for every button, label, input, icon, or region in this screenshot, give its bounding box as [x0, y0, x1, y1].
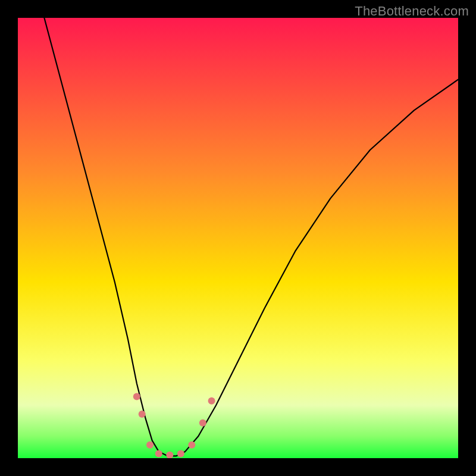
curve-marker: [139, 411, 146, 418]
curve-marker: [146, 441, 154, 449]
curve-marker: [199, 419, 206, 427]
chart-svg: [18, 18, 458, 458]
chart-frame: TheBottleneck.com: [0, 0, 476, 476]
chart-background: [18, 18, 458, 458]
watermark-text: TheBottleneck.com: [355, 4, 469, 19]
chart-plot-area: [18, 18, 458, 458]
curve-marker: [133, 393, 140, 400]
curve-marker: [188, 441, 195, 449]
curve-marker: [155, 450, 162, 458]
curve-marker: [208, 397, 215, 405]
curve-marker: [177, 450, 184, 458]
